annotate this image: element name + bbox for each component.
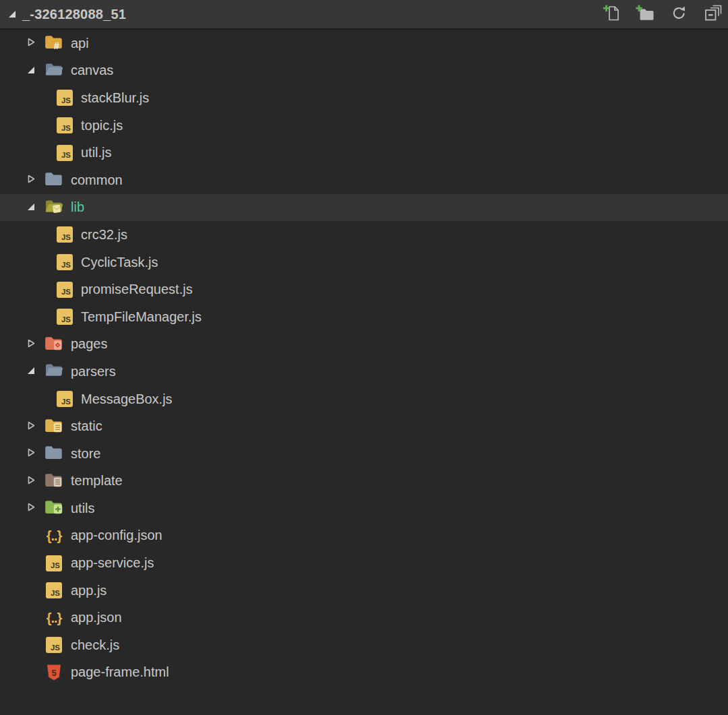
tree-item-label: TempFileManager.js [81,309,202,325]
tree-item-label: MessageBox.js [81,392,173,407]
disclosure-slot [23,421,44,433]
js-file-icon: JS [57,391,73,407]
tree-item-app-config-json[interactable]: {..}app-config.json [0,522,728,550]
tree-item-label: check.js [71,638,119,653]
js-file-icon: JS [57,309,73,325]
folder-icon [44,170,63,189]
utils-folder-icon [44,499,63,518]
template-folder-icon [44,472,63,491]
disclosure-slot [23,365,44,377]
js-file-icon: JS [46,555,62,571]
tree-item-cyclictask-js[interactable]: JSCyclicTask.js [0,249,728,276]
tree-item-label: promiseRequest.js [81,282,193,297]
collapse-all-button[interactable] [702,4,723,24]
disclosure-collapsed-icon[interactable] [27,475,35,487]
open-folder-icon [44,362,63,381]
js-file-icon: JS [57,254,73,270]
js-file-icon: JS [46,582,62,598]
disclosure-collapsed-icon[interactable] [27,502,35,514]
tree-item-canvas[interactable]: canvas [0,57,728,85]
tree-item-parsers[interactable]: parsers [0,358,728,385]
new-file-button[interactable] [601,4,621,24]
tree-item-label: template [71,473,123,489]
tree-item-app-js[interactable]: JSapp.js [0,577,728,604]
tree-item-label: lib [71,199,84,215]
tree-item-label: app-service.js [71,555,154,571]
header-actions [601,4,728,24]
tree-item-label: common [71,173,123,188]
tree-item-label: stackBlur.js [81,90,149,106]
lib-open-folder-icon [44,198,63,217]
tree-item-util-js[interactable]: JSutil.js [0,139,728,166]
tree-item-label: app-config.json [71,528,162,543]
tree-item-label: app.js [71,583,107,598]
disclosure-expanded-icon[interactable] [27,365,35,377]
tree-item-messagebox-js[interactable]: JSMessageBox.js [0,385,728,413]
tree-item-label: util.js [81,145,112,160]
disclosure-expanded-icon[interactable] [27,65,35,77]
explorer-header[interactable]: _-326128088_51 [0,0,728,30]
tree-item-page-frame-html[interactable]: 5page-frame.html [0,659,728,687]
json-file-icon: {..} [47,611,62,625]
pages-folder-icon [44,335,63,354]
tree-item-pages[interactable]: pages [0,331,728,359]
file-explorer-panel: _-326128088_51 [0,0,728,715]
tree-item-label: crc32.js [81,227,127,243]
tree-item-tempfilemanager-js[interactable]: JSTempFileManager.js [0,303,728,331]
disclosure-slot [23,475,44,487]
disclosure-collapsed-icon[interactable] [27,421,35,433]
new-folder-button[interactable] [635,4,655,24]
tree-item-app-service-js[interactable]: JSapp-service.js [0,549,728,577]
disclosure-collapsed-icon[interactable] [27,338,35,350]
json-file-icon: {..} [47,529,62,542]
html-file-icon: 5 [47,664,61,680]
disclosure-collapsed-icon[interactable] [27,447,35,460]
refresh-button[interactable] [669,4,689,24]
tree-item-static[interactable]: static [0,412,728,440]
file-tree: #apicanvasJSstackBlur.jsJStopic.jsJSutil… [0,30,728,686]
tree-item-label: parsers [71,364,116,379]
js-file-icon: JS [57,117,73,133]
open-folder-icon [44,61,63,80]
tree-item-check-js[interactable]: JScheck.js [0,631,728,659]
new-file-icon [603,4,621,24]
tree-item-label: page-frame.html [71,664,169,680]
js-file-icon: JS [57,90,73,106]
project-root-title: _-326128088_51 [22,7,126,22]
disclosure-collapsed-icon[interactable] [27,174,35,186]
tree-item-label: api [71,36,89,51]
disclosure-slot [23,502,44,514]
tree-item-lib[interactable]: lib [0,194,728,222]
collapse-all-icon [704,4,722,24]
js-file-icon: JS [57,282,73,298]
disclosure-slot [23,174,44,186]
tree-item-label: utils [71,501,95,516]
tree-item-topic-js[interactable]: JStopic.js [0,112,728,139]
tree-item-label: CyclicTask.js [81,255,158,270]
svg-text:#: # [54,40,59,50]
tree-item-utils[interactable]: utils [0,495,728,522]
disclosure-slot [23,65,44,77]
disclosure-collapsed-icon[interactable] [27,37,35,49]
disclosure-expanded-icon[interactable] [27,201,35,214]
js-file-icon: JS [57,145,73,161]
static-folder-icon [44,417,63,436]
js-file-icon: JS [57,226,73,243]
disclosure-slot [23,338,44,350]
tree-item-label: pages [71,336,108,352]
tree-item-store[interactable]: store [0,440,728,468]
tree-item-label: app.json [71,610,122,625]
tree-item-promiserequest-js[interactable]: JSpromiseRequest.js [0,276,728,303]
js-file-icon: JS [46,637,62,653]
tree-item-api[interactable]: #api [0,30,728,57]
disclosure-slot [23,201,44,214]
tree-item-crc32-js[interactable]: JScrc32.js [0,221,728,249]
root-disclosure-expanded-icon[interactable] [8,10,16,18]
tree-item-stackblur-js[interactable]: JSstackBlur.js [0,84,728,112]
tree-item-app-json[interactable]: {..}app.json [0,604,728,631]
folder-icon [44,444,63,463]
tree-item-template[interactable]: template [0,468,728,495]
tree-item-common[interactable]: common [0,166,728,194]
tree-item-label: topic.js [81,118,123,133]
tree-item-label: canvas [71,63,113,78]
